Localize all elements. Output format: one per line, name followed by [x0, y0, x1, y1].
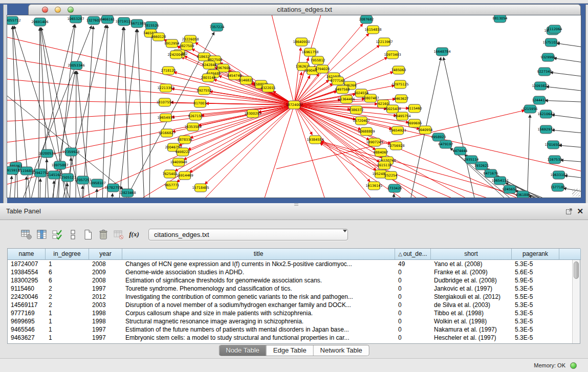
svg-text:21364486: 21364486 [338, 97, 355, 101]
table-row[interactable]: 1938455462009Genome-wide association stu… [8, 268, 572, 276]
cell-in_degree: 1 [46, 317, 89, 325]
svg-text:1167533: 1167533 [548, 158, 562, 162]
cell-title: Structural magnetic resonance image aver… [122, 317, 395, 325]
table-row[interactable]: 969969511998Structural magnetic resonanc… [8, 317, 572, 325]
merge-rows-icon[interactable] [67, 228, 79, 240]
column-header-pagerank[interactable]: pagerank [512, 249, 559, 260]
svg-text:9498222: 9498222 [176, 150, 190, 154]
splitter-handle[interactable] [294, 204, 298, 206]
cell-name: 14569117 [8, 301, 46, 309]
new-document-icon[interactable] [82, 228, 94, 240]
cell-short: Jankovic et al. (1997) [431, 285, 512, 293]
table-row[interactable]: 977716911998Corpus callosum shape and si… [8, 309, 572, 317]
cell-name: 22420046 [8, 293, 46, 301]
column-header-title[interactable]: title [122, 249, 395, 260]
svg-text:16648784: 16648784 [433, 50, 450, 54]
svg-text:15751024: 15751024 [542, 40, 559, 45]
cell-year: 1998 [89, 317, 122, 325]
column-visibility-icon[interactable] [36, 228, 48, 240]
table-row[interactable]: 946362711997Embryonic stem cells: a mode… [8, 334, 572, 342]
zoom-button[interactable] [68, 7, 74, 13]
table-row[interactable]: 2242004622012Investigating the contribut… [8, 293, 572, 301]
cell-pagerank: 5.3E-5 [512, 317, 559, 325]
svg-text:8471676: 8471676 [484, 171, 498, 176]
svg-text:9146821: 9146821 [239, 78, 254, 82]
column-header-short[interactable]: short [431, 249, 512, 260]
svg-text:8454749: 8454749 [227, 74, 242, 78]
cell-short: Yano et al. (2008) [431, 260, 512, 268]
float-panel-icon[interactable] [565, 208, 573, 215]
svg-text:22420046: 22420046 [167, 53, 184, 57]
table-row[interactable]: 1830029562008Estimation of significance … [8, 276, 572, 285]
svg-text:6794028: 6794028 [315, 67, 330, 71]
svg-text:19654923: 19654923 [389, 128, 406, 133]
tab-node-table[interactable]: Node Table [219, 345, 267, 356]
cell-pagerank: 5.3E-5 [512, 309, 559, 317]
column-header-year[interactable]: year [89, 249, 122, 260]
svg-text:18495754: 18495754 [394, 114, 410, 118]
cell- [559, 317, 572, 325]
validate-columns-icon[interactable] [51, 228, 63, 240]
cell-name: 9465546 [8, 325, 46, 334]
close-button[interactable] [42, 7, 48, 13]
tab-network-table[interactable]: Network Table [314, 345, 369, 356]
cell-year: 2009 [89, 268, 122, 276]
memory-ok-indicator[interactable] [570, 362, 577, 369]
cell-out_de...: 0 [395, 268, 431, 276]
table-settings-icon[interactable] [20, 228, 33, 240]
window-resize-grip[interactable] [572, 189, 580, 196]
svg-text:10807487: 10807487 [362, 96, 379, 100]
svg-text:7357224: 7357224 [210, 25, 225, 29]
cell- [559, 268, 572, 276]
close-panel-icon[interactable]: ✕ [577, 206, 583, 216]
minimize-button[interactable] [55, 7, 61, 13]
cell-name: 19384554 [8, 268, 46, 276]
network-graph: 1405571220691406106532871327602846616110… [7, 15, 581, 198]
table-selector-value: citations_edges.txt [154, 231, 209, 238]
column-header-out_de...[interactable]: △out_de... [395, 249, 431, 260]
scrollbar-thumb[interactable] [574, 261, 579, 279]
svg-text:7485063: 7485063 [391, 68, 406, 72]
svg-text:2718120: 2718120 [161, 69, 176, 73]
network-canvas[interactable]: 1405571220691406106532871327602846616110… [7, 15, 581, 198]
svg-text:16353584: 16353584 [184, 125, 201, 129]
app-toolbar-edge [0, 0, 588, 4]
cell-out_de...: 0 [395, 325, 431, 334]
cell-out_de...: 0 [395, 334, 431, 342]
svg-text:16671388: 16671388 [128, 21, 145, 26]
column-header-in_degree[interactable]: in_degree [46, 249, 89, 260]
svg-text:12359928: 12359928 [62, 150, 79, 154]
delete-table-icon[interactable] [97, 228, 110, 240]
table-row[interactable]: 946554611997Estimation of the future num… [8, 325, 572, 334]
svg-text:9361886: 9361886 [516, 193, 531, 197]
cell-in_degree: 1 [46, 325, 89, 334]
table-row[interactable]: 1456911722003Disruption of a novel membe… [8, 301, 572, 309]
svg-text:19654933: 19654933 [157, 116, 174, 120]
svg-text:10633107: 10633107 [550, 173, 567, 177]
svg-text:8813054: 8813054 [493, 16, 508, 20]
column-header-name[interactable]: name [8, 249, 46, 260]
column-header-filler[interactable] [559, 249, 581, 260]
function-builder-icon[interactable]: f(x) [128, 228, 140, 240]
svg-text:8912954: 8912954 [165, 41, 180, 46]
tab-edge-table[interactable]: Edge Table [267, 345, 314, 356]
cell-pagerank: 5.3E-5 [512, 260, 559, 268]
table-row[interactable]: 1872400712008Changes of HCN gene express… [8, 260, 572, 268]
status-bar: Memory: OK [0, 358, 588, 372]
table-selector-dropdown[interactable]: citations_edges.txt [148, 229, 348, 240]
svg-text:9884067: 9884067 [374, 150, 388, 155]
cell-in_degree: 1 [46, 260, 89, 268]
svg-text:12093822: 12093822 [532, 84, 549, 88]
table-panel-title: Table Panel [6, 203, 41, 220]
svg-text:10025438: 10025438 [384, 107, 401, 111]
network-window-titlebar[interactable]: citations_edges.txt [28, 4, 581, 15]
svg-text:10973493: 10973493 [384, 53, 401, 57]
vertical-scrollbar[interactable] [572, 260, 580, 343]
cell- [559, 285, 572, 293]
table-row[interactable]: 911546021997Tourette syndrome. Phenomeno… [8, 285, 572, 293]
cell-pagerank: 5.6E-5 [512, 268, 559, 276]
svg-text:9474444: 9474444 [453, 149, 468, 153]
svg-text:1577180: 1577180 [551, 185, 565, 189]
cell-title: Changes of HCN gene expression and I(f) … [122, 260, 395, 268]
svg-text:17016504: 17016504 [545, 143, 561, 147]
